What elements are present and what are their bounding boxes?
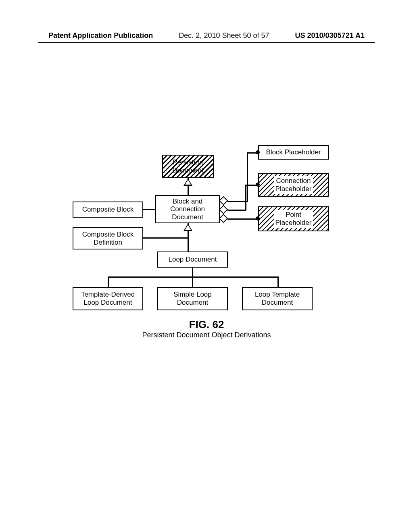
figure-number: FIG. 62	[0, 318, 413, 331]
connector-line	[143, 209, 155, 210]
connector-line	[277, 276, 279, 287]
box-label: ConnectionPlaceholder	[274, 176, 313, 193]
header-rule	[38, 42, 375, 43]
connector-line	[108, 276, 109, 287]
connector-line	[192, 268, 193, 277]
connector-line	[227, 218, 258, 220]
connector-line	[227, 210, 246, 211]
inheritance-arrow-icon	[184, 179, 192, 186]
box-label: Block Placeholder	[266, 148, 321, 156]
box-composite-block: Composite Block	[73, 202, 143, 218]
connector-line	[192, 276, 193, 287]
box-label: PersistentDocument	[172, 158, 203, 174]
connector-line	[143, 237, 188, 239]
box-connection-placeholder: ConnectionPlaceholder	[258, 173, 329, 197]
page: Patent Application Publication Dec. 2, 2…	[0, 0, 413, 532]
box-label: Composite BlockDefinition	[82, 231, 134, 246]
aggregation-diamond-icon	[219, 196, 228, 206]
box-composite-block-definition: Composite BlockDefinition	[73, 227, 143, 249]
box-label: Block andConnectionDocument	[170, 197, 205, 221]
box-label: Template-DerivedLoop Document	[81, 291, 135, 306]
box-persistent-document: PersistentDocument	[162, 155, 214, 178]
box-block-placeholder: Block Placeholder	[258, 145, 329, 160]
composition-dot-icon	[256, 216, 260, 220]
box-label: Loop TemplateDocument	[255, 291, 300, 306]
box-loop-document: Loop Document	[157, 251, 228, 268]
aggregation-diamond-icon	[219, 205, 228, 214]
header-date-sheet: Dec. 2, 2010 Sheet 50 of 57	[179, 31, 269, 40]
connector-line	[247, 152, 248, 202]
uml-diagram: PersistentDocument Block Placeholder Con…	[69, 145, 351, 339]
connector-line	[245, 185, 246, 210]
box-template-derived-loop-document: Template-DerivedLoop Document	[73, 287, 143, 310]
box-label: Composite Block	[82, 206, 134, 214]
composition-dot-icon	[256, 150, 260, 154]
header-publication: Patent Application Publication	[48, 31, 153, 40]
connector-line	[227, 201, 248, 202]
box-simple-loop-document: Simple LoopDocument	[157, 287, 228, 310]
box-loop-template-document: Loop TemplateDocument	[242, 287, 313, 310]
inheritance-arrow-icon	[184, 224, 192, 231]
box-label: PointPlaceholder	[274, 210, 313, 227]
connector-line	[108, 276, 278, 278]
figure-title: Persistent Document Object Derivations	[0, 331, 413, 339]
box-block-connection-document: Block andConnectionDocument	[155, 195, 220, 223]
box-point-placeholder: PointPlaceholder	[258, 206, 329, 231]
figure-caption: FIG. 62 Persistent Document Object Deriv…	[0, 318, 413, 339]
composition-dot-icon	[256, 183, 260, 187]
page-header: Patent Application Publication Dec. 2, 2…	[0, 31, 413, 40]
box-label: Loop Document	[168, 256, 217, 264]
header-patent-number: US 2010/0305721 A1	[295, 31, 365, 40]
aggregation-diamond-icon	[219, 214, 228, 223]
box-label: Simple LoopDocument	[173, 291, 212, 306]
